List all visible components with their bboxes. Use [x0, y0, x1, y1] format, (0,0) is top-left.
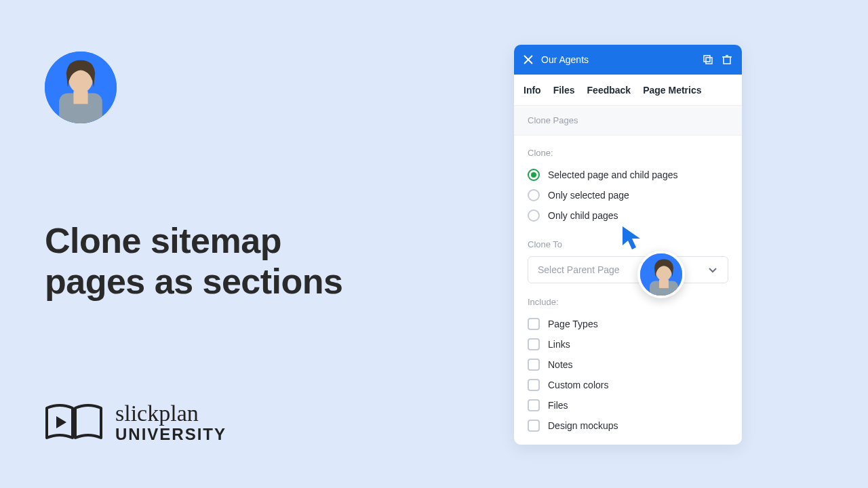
close-icon[interactable] — [524, 55, 533, 64]
check-label: Custom colors — [548, 380, 608, 390]
chevron-down-icon — [707, 264, 718, 275]
check-design-mockups[interactable]: Design mockups — [528, 415, 728, 436]
cursor-avatar — [637, 251, 685, 298]
radio-option-1[interactable]: Selected page and child pages — [528, 165, 728, 185]
checkbox-icon — [528, 420, 540, 432]
radio-option-2[interactable]: Only selected page — [528, 185, 728, 205]
check-files[interactable]: Files — [528, 395, 728, 415]
brand-name: slickplan — [115, 402, 226, 425]
instructor-avatar — [45, 52, 117, 123]
svg-rect-7 — [704, 56, 710, 62]
tabs: Info Files Feedback Page Metrics — [514, 75, 742, 106]
radio-icon — [528, 209, 540, 222]
check-page-types[interactable]: Page Types — [528, 314, 728, 334]
check-label: Links — [548, 339, 570, 350]
checkbox-icon — [528, 399, 540, 411]
panel-title: Our Agents — [541, 54, 694, 65]
radio-label: Only selected page — [548, 190, 629, 201]
section-header: Clone Pages — [514, 106, 742, 136]
radio-icon — [528, 169, 540, 181]
svg-rect-9 — [724, 57, 730, 64]
trash-icon[interactable] — [722, 54, 732, 65]
svg-rect-16 — [659, 280, 669, 289]
check-custom-colors[interactable]: Custom colors — [528, 375, 728, 395]
radio-icon — [528, 189, 540, 201]
check-label: Design mockups — [548, 420, 618, 431]
checkbox-icon — [528, 359, 540, 371]
clone-to-label: Clone To — [528, 239, 728, 249]
radio-label: Selected page and child pages — [548, 169, 677, 180]
heading-line-1: Clone sitemap — [45, 221, 281, 260]
check-links[interactable]: Links — [528, 334, 728, 354]
brand-block: slickplan UNIVERSITY — [45, 401, 226, 443]
include-label: Include: — [528, 297, 728, 307]
tab-info[interactable]: Info — [524, 85, 541, 96]
checkbox-icon — [528, 318, 540, 330]
panel-header: Our Agents — [514, 45, 742, 75]
select-placeholder: Select Parent Page — [538, 264, 620, 275]
svg-rect-3 — [73, 91, 87, 104]
page-heading: Clone sitemap pages as sections — [45, 221, 343, 302]
tab-files[interactable]: Files — [553, 85, 575, 96]
heading-line-2: pages as sections — [45, 262, 343, 301]
svg-rect-8 — [706, 58, 712, 64]
tab-feedback[interactable]: Feedback — [587, 85, 631, 96]
clone-pages-panel: Our Agents Info Files Feedback Page Metr… — [514, 45, 742, 445]
checkbox-icon — [528, 379, 540, 391]
radio-option-3[interactable]: Only child pages — [528, 205, 728, 226]
clone-label: Clone: — [528, 148, 728, 158]
brand-subtitle: UNIVERSITY — [115, 426, 226, 443]
check-notes[interactable]: Notes — [528, 354, 728, 375]
parent-page-select[interactable]: Select Parent Page — [528, 256, 728, 283]
check-label: Files — [548, 400, 568, 411]
radio-label: Only child pages — [548, 210, 618, 221]
check-label: Page Types — [548, 319, 598, 329]
check-label: Notes — [548, 359, 573, 370]
book-play-icon — [45, 401, 103, 443]
tab-page-metrics[interactable]: Page Metrics — [643, 85, 701, 96]
checkbox-icon — [528, 338, 540, 350]
svg-marker-4 — [56, 416, 66, 428]
copy-icon[interactable] — [703, 54, 713, 65]
